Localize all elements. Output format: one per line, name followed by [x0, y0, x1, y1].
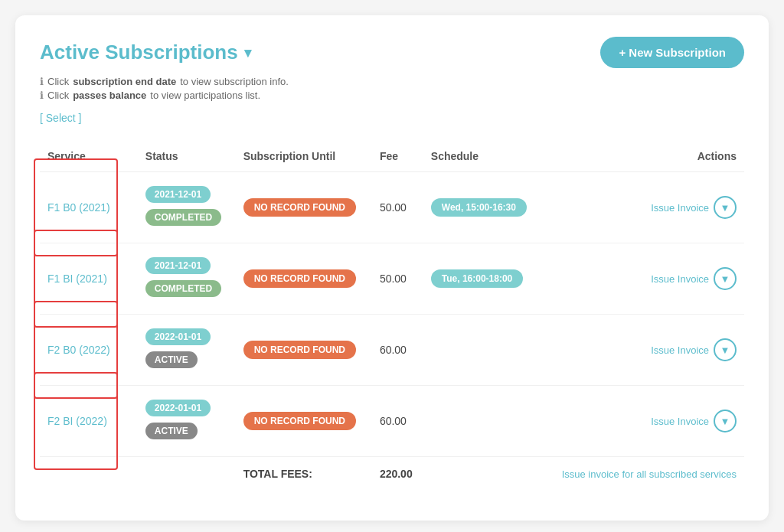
schedule-cell: Wed, 15:00-16:30: [423, 172, 542, 243]
table-row: F1 BI (2021)2021-12-01COMPLETEDNO RECORD…: [40, 243, 744, 315]
total-label-text: TOTAL FEES:: [243, 468, 312, 480]
schedule-cell: [423, 386, 542, 457]
date-badge: 2022-01-01: [145, 400, 211, 416]
service-cell: F1 B0 (2021): [40, 172, 138, 243]
service-name[interactable]: F1 B0 (2021): [47, 201, 110, 214]
fee-cell: 60.00: [372, 315, 423, 386]
no-record-badge: NO RECORD FOUND: [243, 198, 356, 217]
service-cell: F2 BI (2022): [40, 386, 138, 457]
page-title: Active Subscriptions ▾: [40, 41, 251, 64]
issue-invoice-link[interactable]: Issue Invoice: [651, 202, 709, 214]
date-badge: 2022-01-01: [145, 328, 211, 345]
subscription-until-cell: NO RECORD FOUND: [236, 386, 372, 457]
info-text-suffix-2: to view participations list.: [150, 90, 260, 101]
status-cell: 2021-12-01COMPLETED: [138, 243, 236, 315]
date-badge: 2021-12-01: [145, 257, 211, 274]
fee-cell: 60.00: [372, 386, 423, 457]
total-schedule-empty: [423, 457, 542, 485]
fee-cell: 50.00: [372, 243, 423, 315]
info-bold-2: passes balance: [73, 90, 146, 101]
invoice-dropdown-button[interactable]: ▼: [714, 338, 737, 361]
subscription-until-cell: NO RECORD FOUND: [236, 243, 372, 315]
status-cell: 2022-01-01ACTIVE: [138, 386, 236, 457]
schedule-badge: Wed, 15:00-16:30: [431, 198, 527, 217]
col-subscription-until: Subscription Until: [236, 144, 372, 172]
fee-cell: 50.00: [372, 172, 423, 243]
info-section: ℹ Click subscription end date to view su…: [40, 76, 744, 101]
status-badge: ACTIVE: [145, 351, 198, 368]
header-row: Active Subscriptions ▾ + New Subscriptio…: [40, 37, 744, 68]
total-row: TOTAL FEES:220.00Issue invoice for all s…: [40, 457, 744, 485]
col-fee: Fee: [372, 144, 423, 172]
invoice-dropdown-button[interactable]: ▼: [714, 410, 737, 432]
col-schedule: Schedule: [423, 144, 542, 172]
total-amount-cell: 220.00: [372, 457, 423, 485]
info-line-1: ℹ Click subscription end date to view su…: [40, 76, 744, 87]
col-status: Status: [138, 144, 236, 172]
table-row: F2 BI (2022)2022-01-01ACTIVENO RECORD FO…: [40, 386, 744, 457]
no-record-badge: NO RECORD FOUND: [243, 412, 356, 430]
subscription-until-cell: NO RECORD FOUND: [236, 315, 372, 386]
status-cell: 2022-01-01ACTIVE: [138, 315, 236, 386]
col-sub-until-text: Subscription Until: [243, 150, 336, 162]
issue-all-link[interactable]: Issue invoice for all subscribed service…: [562, 468, 737, 480]
col-service: Service: [40, 144, 138, 172]
total-fees-label: TOTAL FEES:: [236, 457, 372, 485]
no-record-badge: NO RECORD FOUND: [243, 341, 356, 359]
service-name[interactable]: F1 BI (2021): [47, 273, 107, 285]
issue-invoice-link[interactable]: Issue Invoice: [651, 344, 709, 356]
invoice-dropdown-button[interactable]: ▼: [714, 267, 737, 290]
total-amount-text: 220.00: [380, 468, 413, 480]
no-record-badge: NO RECORD FOUND: [243, 269, 356, 288]
info-bold-1: subscription end date: [73, 76, 176, 87]
schedule-cell: [423, 315, 542, 386]
table-row: F2 B0 (2022)2022-01-01ACTIVENO RECORD FO…: [40, 315, 744, 386]
service-cell: F2 B0 (2022): [40, 315, 138, 386]
status-badge: COMPLETED: [145, 280, 221, 297]
issue-invoice-link[interactable]: Issue Invoice: [651, 416, 709, 427]
main-card: Active Subscriptions ▾ + New Subscriptio…: [15, 15, 769, 521]
subscription-until-cell: NO RECORD FOUND: [236, 172, 372, 243]
service-name[interactable]: F2 BI (2022): [47, 415, 107, 427]
table-row: F1 B0 (2021)2021-12-01COMPLETEDNO RECORD…: [40, 172, 744, 243]
total-empty-2: [138, 457, 236, 485]
title-chevron-icon[interactable]: ▾: [244, 44, 251, 61]
schedule-cell: Tue, 16:00-18:00: [423, 243, 542, 315]
col-actions: Actions: [541, 144, 744, 172]
info-icon-1: ℹ: [40, 76, 44, 87]
status-badge: ACTIVE: [145, 423, 198, 439]
actions-cell: Issue Invoice▼: [541, 243, 744, 315]
invoice-dropdown-button[interactable]: ▼: [714, 196, 737, 219]
select-link[interactable]: [ Select ]: [40, 112, 81, 124]
schedule-badge: Tue, 16:00-18:00: [431, 269, 524, 288]
status-cell: 2021-12-01COMPLETED: [138, 172, 236, 243]
issue-invoice-link[interactable]: Issue Invoice: [651, 273, 709, 285]
actions-cell: Issue Invoice▼: [541, 315, 744, 386]
service-name[interactable]: F2 B0 (2022): [47, 344, 110, 356]
info-text-prefix-2: Click: [47, 90, 69, 101]
actions-cell: Issue Invoice▼: [541, 172, 744, 243]
new-subscription-button[interactable]: + New Subscription: [600, 37, 744, 68]
table-header-row: Service Status Subscription Until Fee Sc…: [40, 144, 744, 172]
info-text-suffix-1: to view subscription info.: [180, 76, 289, 87]
status-badge: COMPLETED: [145, 209, 221, 226]
date-badge: 2021-12-01: [145, 186, 211, 203]
issue-all-cell: Issue invoice for all subscribed service…: [541, 457, 744, 485]
page-title-text: Active Subscriptions: [40, 41, 238, 64]
info-text-prefix-1: Click: [47, 76, 69, 87]
total-empty-1: [40, 457, 138, 485]
actions-cell: Issue Invoice▼: [541, 386, 744, 457]
info-icon-2: ℹ: [40, 90, 44, 101]
service-cell: F1 BI (2021): [40, 243, 138, 315]
info-line-2: ℹ Click passes balance to view participa…: [40, 90, 744, 101]
subscriptions-table: Service Status Subscription Until Fee Sc…: [40, 144, 744, 485]
